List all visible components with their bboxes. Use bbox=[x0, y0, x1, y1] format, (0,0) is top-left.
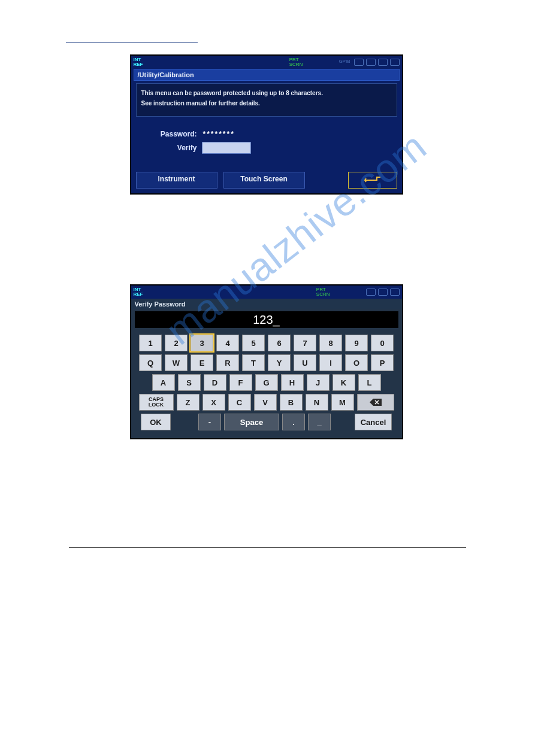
password-label: Password: bbox=[143, 130, 197, 138]
keyboard-display: 123_ bbox=[135, 311, 398, 328]
key-X[interactable]: X bbox=[202, 394, 225, 411]
key-V[interactable]: V bbox=[254, 394, 277, 411]
key-space[interactable]: Space bbox=[224, 414, 279, 430]
key-B[interactable]: B bbox=[280, 394, 303, 411]
key-A[interactable]: A bbox=[152, 374, 175, 391]
key-3[interactable]: 3 bbox=[191, 335, 213, 351]
key-0[interactable]: 0 bbox=[371, 335, 394, 351]
key-dot[interactable]: . bbox=[282, 414, 305, 430]
figure-calibration-menu: INT REF PRT SCRN GPIB /Utility/Calibrati… bbox=[130, 54, 406, 195]
key-Y[interactable]: Y bbox=[268, 354, 291, 371]
key-S[interactable]: S bbox=[178, 374, 201, 391]
key-8[interactable]: 8 bbox=[319, 335, 342, 351]
key-ok[interactable]: OK bbox=[141, 414, 171, 430]
key-cancel[interactable]: Cancel bbox=[355, 414, 392, 430]
key-P[interactable]: P bbox=[371, 354, 394, 371]
icon-c bbox=[390, 289, 400, 296]
gpib-icon bbox=[354, 59, 364, 66]
status-bar: INT REF PRT SCRN GPIB bbox=[131, 56, 402, 69]
key-2[interactable]: 2 bbox=[165, 335, 188, 351]
icon-a bbox=[366, 289, 376, 296]
back-arrow-icon bbox=[364, 175, 382, 185]
lan-icon bbox=[378, 59, 388, 66]
key-row-1: 1234567890 bbox=[136, 335, 397, 351]
icon-b bbox=[378, 289, 388, 296]
key-I[interactable]: I bbox=[319, 354, 342, 371]
status-int-ref: INT REF bbox=[134, 57, 143, 67]
key-dash[interactable]: - bbox=[198, 414, 221, 430]
key-row-5: OK-Space._Cancel bbox=[136, 414, 397, 430]
key-K[interactable]: K bbox=[333, 374, 355, 391]
key-W[interactable]: W bbox=[165, 354, 188, 371]
key-N[interactable]: N bbox=[306, 394, 328, 411]
key-O[interactable]: O bbox=[345, 354, 368, 371]
key-capslock[interactable]: CAPSLOCK bbox=[139, 394, 174, 411]
key-H[interactable]: H bbox=[281, 374, 304, 391]
lock-icon bbox=[366, 59, 376, 66]
key-row-4: CAPSLOCKZXCVBNM bbox=[136, 394, 397, 411]
header-rule bbox=[66, 42, 198, 42]
key-7[interactable]: 7 bbox=[294, 335, 316, 351]
status-int-ref-2: INT REF bbox=[134, 287, 143, 297]
password-value: ******** bbox=[203, 130, 235, 138]
key-R[interactable]: R bbox=[216, 354, 239, 371]
key-M[interactable]: M bbox=[331, 394, 354, 411]
key-C[interactable]: C bbox=[228, 394, 251, 411]
key-F[interactable]: F bbox=[229, 374, 252, 391]
key-T[interactable]: T bbox=[242, 354, 265, 371]
key-row-3: ASDFGHJKL bbox=[136, 374, 397, 391]
status-prt-scrn: PRT SCRN bbox=[289, 57, 303, 67]
key-backspace[interactable] bbox=[357, 394, 394, 411]
key-5[interactable]: 5 bbox=[242, 335, 265, 351]
figure-verify-keyboard: INT REF PRT SCRN Verify Password 123_ 12… bbox=[130, 284, 406, 439]
instrument-button[interactable]: Instrument bbox=[136, 172, 217, 189]
key-6[interactable]: 6 bbox=[268, 335, 291, 351]
verify-label: Verify bbox=[143, 144, 197, 152]
key-D[interactable]: D bbox=[204, 374, 226, 391]
key-E[interactable]: E bbox=[191, 354, 213, 371]
key-U[interactable]: U bbox=[294, 354, 316, 371]
keyboard-title: Verify Password bbox=[131, 299, 402, 309]
back-button[interactable] bbox=[348, 172, 397, 189]
footer-rule bbox=[69, 547, 466, 548]
verify-input[interactable] bbox=[202, 142, 251, 154]
key-row-2: QWERTYUIOP bbox=[136, 354, 397, 371]
status-icons: GPIB bbox=[338, 59, 399, 66]
keyboard-icon bbox=[390, 59, 400, 66]
key-Z[interactable]: Z bbox=[177, 394, 200, 411]
breadcrumb: /Utility/Calibration bbox=[134, 69, 400, 81]
info-box: This menu can be password protected usin… bbox=[136, 83, 397, 117]
key-G[interactable]: G bbox=[255, 374, 278, 391]
key-4[interactable]: 4 bbox=[216, 335, 239, 351]
touch-screen-button[interactable]: Touch Screen bbox=[223, 172, 305, 189]
key-1[interactable]: 1 bbox=[139, 335, 162, 351]
key-Q[interactable]: Q bbox=[139, 354, 162, 371]
status-bar-2: INT REF PRT SCRN bbox=[131, 286, 402, 299]
status-icons-2 bbox=[366, 289, 400, 296]
key-L[interactable]: L bbox=[358, 374, 381, 391]
key-9[interactable]: 9 bbox=[345, 335, 368, 351]
status-prt-scrn-2: PRT SCRN bbox=[316, 287, 330, 297]
key-underscore[interactable]: _ bbox=[308, 414, 331, 430]
key-J[interactable]: J bbox=[307, 374, 330, 391]
